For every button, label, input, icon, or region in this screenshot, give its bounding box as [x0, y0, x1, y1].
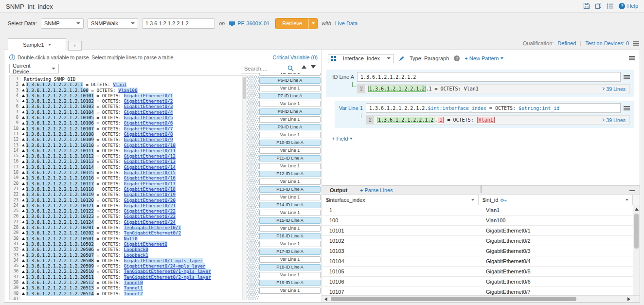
code-line[interactable]: 371.3.6.1.2.1.2.2.1.2.20511 = OCTETS: Te… [10, 274, 242, 280]
oid-text[interactable]: 1.3.6.1.2.1.2.2.1.2.10502 [26, 241, 94, 247]
pattern-var-line-chip[interactable]: Var Line 1 [259, 163, 321, 169]
oid-text[interactable]: 1.3.6.1.2.1.2.2.1.2.20508 [26, 258, 94, 263]
code-line[interactable]: 101.3.6.1.2.1.2.2.1.2.10107 = OCTETS: Gi… [10, 126, 242, 131]
code-line[interactable]: 281.3.6.1.2.1.2.2.1.2.10201 = OCTETS: Te… [10, 225, 242, 230]
oid-value[interactable]: GigabitEthernet0/15 [124, 170, 176, 175]
oid-text[interactable]: 1.3.6.1.2.1.2.2.1.2.10119 [26, 192, 94, 197]
code-line[interactable]: 301.3.6.1.2.1.2.2.1.2.10501 = OCTETS: Nu… [10, 236, 242, 241]
pattern-var-line-chip[interactable]: Var Line 1 [259, 225, 321, 232]
code-line[interactable]: 291.3.6.1.2.1.2.2.1.2.10202 = OCTETS: Te… [10, 230, 242, 235]
oid-text[interactable]: 1.3.6.1.2.1.2.2.1.2.10104 [26, 109, 94, 115]
oid-text[interactable]: 1.3.6.1.2.1.2.2.1.2.20507 [26, 252, 94, 258]
data-source-select[interactable]: SNMP [41, 18, 84, 29]
pattern-id-line-chip[interactable]: P16-ID Line A [259, 233, 321, 239]
code-line[interactable]: 381.3.6.1.2.1.2.2.1.2.20512 = OCTETS: Tu… [10, 280, 242, 285]
var-line-match-row[interactable]: 2 1.3.6.1.2.1.2.2.1.2.1 = OCTETS: Vlan1 … [366, 115, 630, 125]
pattern-id-line-chip[interactable]: P17-ID Line A [259, 249, 321, 255]
oid-input[interactable] [145, 20, 212, 26]
pattern-id-line-chip[interactable]: P13-ID Line A [259, 186, 321, 193]
code-line[interactable]: 21.3.6.1.2.1.2.2.1.2.1 = OCTETS: Vlan1 [10, 82, 242, 87]
oid-value[interactable]: GigabitEthernet0/2 [124, 98, 173, 104]
code-line[interactable]: 341.3.6.1.2.1.2.2.1.2.20508 = OCTETS: Gi… [10, 258, 242, 263]
help-link[interactable]: ? Help [619, 3, 638, 9]
code-line[interactable]: 361.3.6.1.2.1.2.2.1.2.20510 = OCTETS: Te… [10, 269, 242, 274]
code-line[interactable]: 81.3.6.1.2.1.2.2.1.2.10105 = OCTETS: Gig… [10, 115, 242, 120]
oid-text[interactable]: 1.3.6.1.2.1.2.2.1.2.20509 [26, 263, 94, 269]
pattern-id-line-chip[interactable]: P18-ID Line A [259, 264, 321, 270]
pattern-var-line-chip[interactable]: Var Line 1 [259, 287, 321, 294]
code-line[interactable]: 311.3.6.1.2.1.2.2.1.2.10502 = OCTETS: Gi… [10, 241, 242, 247]
pattern-var-line-chip[interactable]: Var Line 1 [259, 272, 321, 278]
oid-value[interactable]: Tunnel1 [124, 285, 143, 290]
code-line[interactable]: 261.3.6.1.2.1.2.2.1.2.10123 = OCTETS: Gi… [10, 214, 242, 219]
oid-value[interactable]: GigabitEthernet0/4 [124, 109, 173, 115]
oid-text[interactable]: 1.3.6.1.2.1.2.2.1.2.10116 [26, 175, 94, 180]
list-settings-icon[interactable] [607, 3, 614, 9]
pattern-var-line-chip[interactable]: Var Line 1 [259, 194, 321, 200]
find-next-button[interactable] [311, 65, 316, 69]
test-on-devices-link[interactable]: Test on Devices: 0 [585, 40, 629, 46]
code-line[interactable]: 131.3.6.1.2.1.2.2.1.2.10110 = OCTETS: Gi… [10, 143, 242, 148]
pattern-var-line-chip[interactable]: Var Line 1 [259, 101, 321, 107]
oid-value[interactable]: Null0 [124, 236, 138, 241]
oid-text[interactable]: 1.3.6.1.2.1.2.2.1.2.10115 [26, 170, 94, 175]
code-line[interactable]: 221.3.6.1.2.1.2.2.1.2.10119 = OCTETS: Gi… [10, 192, 242, 197]
code-line[interactable]: 121.3.6.1.2.1.2.2.1.2.10109 = OCTETS: Gi… [10, 137, 242, 142]
retrieve-button[interactable]: Retrieve [275, 18, 318, 29]
oid-value[interactable]: GigabitEthernet0/16 [124, 175, 176, 180]
pattern-panel-menu-icon[interactable] [629, 55, 635, 60]
oid-text[interactable]: 1.3.6.1.2.1.2.2.1.2.10124 [26, 219, 94, 225]
code-line[interactable]: 251.3.6.1.2.1.2.2.1.2.10122 = OCTETS: Gi… [10, 208, 242, 214]
code-line[interactable]: 51.3.6.1.2.1.2.2.1.2.10102 = OCTETS: Gig… [10, 98, 242, 104]
code-line[interactable]: 171.3.6.1.2.1.2.2.1.2.10114 = OCTETS: Gi… [10, 164, 242, 170]
scroll-left-icon[interactable] [324, 297, 327, 301]
code-line[interactable]: 41 [10, 296, 242, 300]
oid-value[interactable]: Tunnel0 [124, 280, 143, 285]
output-row[interactable]: 10104GigabitEthernet0/4 [322, 256, 633, 267]
oid-text[interactable]: 1.3.6.1.2.1.2.2.1.2.10501 [26, 236, 94, 241]
editor-vertical-scrollbar[interactable] [242, 76, 247, 300]
oid-value[interactable]: GigabitEthernet0/6 [124, 120, 173, 126]
oid-text[interactable]: 1.3.6.1.2.1.2.2.1.2.20506 [26, 247, 94, 252]
oid-text[interactable]: 1.3.6.1.2.1.2.2.1.2.10101 [26, 93, 94, 98]
tab-menu-icon[interactable] [633, 41, 639, 46]
oid-text[interactable]: 1.3.6.1.2.1.2.2.1.2.100 [26, 88, 89, 93]
oid-value[interactable]: TenGigabitEthernet0/1-mpls layer [124, 269, 211, 274]
oid-text[interactable]: 1.3.6.1.2.1.2.2.1.2.20510 [26, 269, 94, 274]
oid-text[interactable]: 1.3.6.1.2.1.2.2.1.2.10109 [26, 137, 94, 142]
device-link[interactable]: PE-3600X-01 [229, 20, 269, 26]
snmp-output-editor[interactable]: 1Retrieving SNMP OID21.3.6.1.2.1.2.2.1.2… [9, 75, 247, 300]
scrollbar-thumb[interactable] [634, 214, 639, 249]
oid-value[interactable]: Vlan100 [118, 88, 137, 93]
oid-text[interactable]: 1.3.6.1.2.1.2.2.1.2.10202 [26, 230, 94, 235]
code-line[interactable]: 351.3.6.1.2.1.2.2.1.2.20509 = OCTETS: Gi… [10, 263, 242, 269]
code-line[interactable]: 321.3.6.1.2.1.2.2.1.2.20506 = OCTETS: Lo… [10, 247, 242, 252]
oid-text[interactable]: 1.3.6.1.2.1.2.2.1.2.10114 [26, 164, 94, 170]
var-line-lines-link[interactable]: 39 Lines [602, 117, 626, 123]
oid-value[interactable]: GigabitEthernet0/5 [124, 115, 173, 120]
id-line-menu-icon[interactable] [624, 74, 630, 79]
save-icon[interactable] [583, 2, 590, 9]
oid-value[interactable]: GigabitEthernet0/20 [124, 197, 176, 203]
type-help-icon[interactable]: ? [454, 55, 460, 61]
oid-text[interactable]: 1.3.6.1.2.1.2.2.1.2.10107 [26, 126, 94, 131]
oid-value[interactable]: GigabitEthernet0/3 [124, 104, 173, 109]
oid-value[interactable]: Vlan1 [113, 82, 126, 87]
scrollbar-thumb[interactable] [243, 77, 246, 99]
clone-icon[interactable] [595, 2, 602, 9]
oid-text[interactable]: 1.3.6.1.2.1.2.2.1.2.10118 [26, 186, 94, 192]
code-line[interactable]: 71.3.6.1.2.1.2.2.1.2.10104 = OCTETS: Gig… [10, 109, 242, 115]
pattern-id-line-chip[interactable]: P14-ID Line A [259, 202, 321, 208]
code-line[interactable]: 211.3.6.1.2.1.2.2.1.2.10118 = OCTETS: Gi… [10, 186, 242, 192]
oid-text[interactable]: 1.3.6.1.2.1.2.2.1.2.10122 [26, 208, 94, 214]
pattern-id-line-chip[interactable]: P19-ID Line A [259, 280, 321, 286]
output-row[interactable]: 10102GigabitEthernet0/2 [322, 236, 633, 246]
code-line[interactable]: 161.3.6.1.2.1.2.2.1.2.10113 = OCTETS: Gi… [10, 159, 242, 164]
pattern-id-line-chip[interactable]: P9-ID Line A [259, 124, 321, 130]
output-row[interactable]: 10103GigabitEthernet0/3 [322, 246, 633, 256]
output-horizontal-scrollbar[interactable] [322, 295, 633, 302]
oid-value[interactable]: GigabitEthernet0/19 [124, 192, 176, 197]
oid-value[interactable]: GigabitEthernet0/24 [124, 219, 176, 225]
pattern-var-line-chip[interactable]: Var Line 1 [259, 132, 321, 138]
code-line[interactable]: 111.3.6.1.2.1.2.2.1.2.10108 = OCTETS: Gi… [10, 131, 242, 137]
